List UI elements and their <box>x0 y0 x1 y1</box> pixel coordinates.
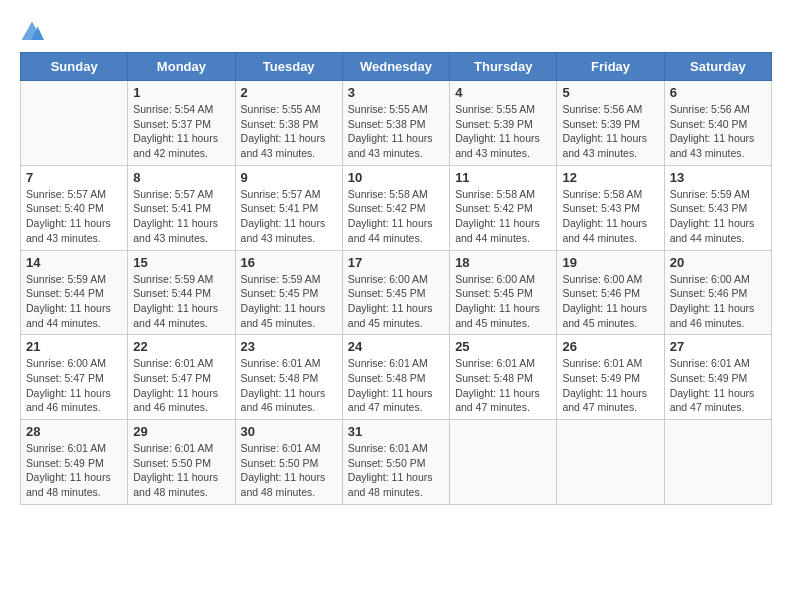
day-number: 7 <box>26 170 122 185</box>
day-number: 1 <box>133 85 229 100</box>
day-number: 12 <box>562 170 658 185</box>
day-info: Sunrise: 6:00 AMSunset: 5:45 PMDaylight:… <box>348 272 444 331</box>
day-number: 14 <box>26 255 122 270</box>
week-row-1: 7Sunrise: 5:57 AMSunset: 5:40 PMDaylight… <box>21 165 772 250</box>
day-info: Sunrise: 5:59 AMSunset: 5:45 PMDaylight:… <box>241 272 337 331</box>
day-number: 21 <box>26 339 122 354</box>
day-number: 19 <box>562 255 658 270</box>
day-number: 6 <box>670 85 766 100</box>
day-info: Sunrise: 6:01 AMSunset: 5:48 PMDaylight:… <box>455 356 551 415</box>
day-cell: 8Sunrise: 5:57 AMSunset: 5:41 PMDaylight… <box>128 165 235 250</box>
day-info: Sunrise: 6:01 AMSunset: 5:50 PMDaylight:… <box>241 441 337 500</box>
day-info: Sunrise: 6:01 AMSunset: 5:49 PMDaylight:… <box>562 356 658 415</box>
day-number: 11 <box>455 170 551 185</box>
day-cell: 11Sunrise: 5:58 AMSunset: 5:42 PMDayligh… <box>450 165 557 250</box>
day-cell: 4Sunrise: 5:55 AMSunset: 5:39 PMDaylight… <box>450 81 557 166</box>
day-info: Sunrise: 6:01 AMSunset: 5:47 PMDaylight:… <box>133 356 229 415</box>
day-number: 23 <box>241 339 337 354</box>
calendar-header: SundayMondayTuesdayWednesdayThursdayFrid… <box>21 53 772 81</box>
day-number: 17 <box>348 255 444 270</box>
day-cell: 5Sunrise: 5:56 AMSunset: 5:39 PMDaylight… <box>557 81 664 166</box>
day-info: Sunrise: 5:59 AMSunset: 5:44 PMDaylight:… <box>133 272 229 331</box>
header-cell-saturday: Saturday <box>664 53 771 81</box>
header <box>20 20 772 44</box>
day-cell: 7Sunrise: 5:57 AMSunset: 5:40 PMDaylight… <box>21 165 128 250</box>
day-number: 30 <box>241 424 337 439</box>
day-cell: 30Sunrise: 6:01 AMSunset: 5:50 PMDayligh… <box>235 420 342 505</box>
day-info: Sunrise: 6:01 AMSunset: 5:48 PMDaylight:… <box>348 356 444 415</box>
day-cell: 19Sunrise: 6:00 AMSunset: 5:46 PMDayligh… <box>557 250 664 335</box>
day-number: 24 <box>348 339 444 354</box>
day-info: Sunrise: 5:55 AMSunset: 5:38 PMDaylight:… <box>348 102 444 161</box>
week-row-4: 28Sunrise: 6:01 AMSunset: 5:49 PMDayligh… <box>21 420 772 505</box>
day-number: 4 <box>455 85 551 100</box>
logo-icon <box>20 20 44 44</box>
day-cell: 20Sunrise: 6:00 AMSunset: 5:46 PMDayligh… <box>664 250 771 335</box>
header-cell-monday: Monday <box>128 53 235 81</box>
day-info: Sunrise: 5:57 AMSunset: 5:40 PMDaylight:… <box>26 187 122 246</box>
day-info: Sunrise: 6:00 AMSunset: 5:46 PMDaylight:… <box>670 272 766 331</box>
day-info: Sunrise: 5:56 AMSunset: 5:39 PMDaylight:… <box>562 102 658 161</box>
day-number: 15 <box>133 255 229 270</box>
day-cell <box>21 81 128 166</box>
day-info: Sunrise: 5:57 AMSunset: 5:41 PMDaylight:… <box>241 187 337 246</box>
day-info: Sunrise: 6:01 AMSunset: 5:49 PMDaylight:… <box>26 441 122 500</box>
day-cell: 13Sunrise: 5:59 AMSunset: 5:43 PMDayligh… <box>664 165 771 250</box>
day-cell: 28Sunrise: 6:01 AMSunset: 5:49 PMDayligh… <box>21 420 128 505</box>
day-number: 3 <box>348 85 444 100</box>
day-cell: 24Sunrise: 6:01 AMSunset: 5:48 PMDayligh… <box>342 335 449 420</box>
day-number: 2 <box>241 85 337 100</box>
day-number: 20 <box>670 255 766 270</box>
day-cell: 14Sunrise: 5:59 AMSunset: 5:44 PMDayligh… <box>21 250 128 335</box>
day-info: Sunrise: 5:54 AMSunset: 5:37 PMDaylight:… <box>133 102 229 161</box>
day-cell: 23Sunrise: 6:01 AMSunset: 5:48 PMDayligh… <box>235 335 342 420</box>
day-cell: 22Sunrise: 6:01 AMSunset: 5:47 PMDayligh… <box>128 335 235 420</box>
day-cell: 6Sunrise: 5:56 AMSunset: 5:40 PMDaylight… <box>664 81 771 166</box>
day-cell: 2Sunrise: 5:55 AMSunset: 5:38 PMDaylight… <box>235 81 342 166</box>
day-number: 31 <box>348 424 444 439</box>
day-cell: 25Sunrise: 6:01 AMSunset: 5:48 PMDayligh… <box>450 335 557 420</box>
day-number: 27 <box>670 339 766 354</box>
day-info: Sunrise: 5:59 AMSunset: 5:44 PMDaylight:… <box>26 272 122 331</box>
day-cell: 27Sunrise: 6:01 AMSunset: 5:49 PMDayligh… <box>664 335 771 420</box>
day-cell <box>664 420 771 505</box>
header-row: SundayMondayTuesdayWednesdayThursdayFrid… <box>21 53 772 81</box>
day-info: Sunrise: 5:55 AMSunset: 5:38 PMDaylight:… <box>241 102 337 161</box>
day-cell: 10Sunrise: 5:58 AMSunset: 5:42 PMDayligh… <box>342 165 449 250</box>
calendar-table: SundayMondayTuesdayWednesdayThursdayFrid… <box>20 52 772 505</box>
day-cell: 12Sunrise: 5:58 AMSunset: 5:43 PMDayligh… <box>557 165 664 250</box>
day-number: 10 <box>348 170 444 185</box>
day-cell: 15Sunrise: 5:59 AMSunset: 5:44 PMDayligh… <box>128 250 235 335</box>
day-number: 13 <box>670 170 766 185</box>
calendar-body: 1Sunrise: 5:54 AMSunset: 5:37 PMDaylight… <box>21 81 772 505</box>
header-cell-sunday: Sunday <box>21 53 128 81</box>
day-info: Sunrise: 6:01 AMSunset: 5:48 PMDaylight:… <box>241 356 337 415</box>
day-cell: 3Sunrise: 5:55 AMSunset: 5:38 PMDaylight… <box>342 81 449 166</box>
day-info: Sunrise: 5:57 AMSunset: 5:41 PMDaylight:… <box>133 187 229 246</box>
day-cell: 1Sunrise: 5:54 AMSunset: 5:37 PMDaylight… <box>128 81 235 166</box>
day-number: 18 <box>455 255 551 270</box>
day-info: Sunrise: 5:59 AMSunset: 5:43 PMDaylight:… <box>670 187 766 246</box>
day-number: 29 <box>133 424 229 439</box>
day-cell: 18Sunrise: 6:00 AMSunset: 5:45 PMDayligh… <box>450 250 557 335</box>
day-number: 9 <box>241 170 337 185</box>
day-number: 5 <box>562 85 658 100</box>
day-cell: 29Sunrise: 6:01 AMSunset: 5:50 PMDayligh… <box>128 420 235 505</box>
day-info: Sunrise: 6:01 AMSunset: 5:49 PMDaylight:… <box>670 356 766 415</box>
day-info: Sunrise: 5:55 AMSunset: 5:39 PMDaylight:… <box>455 102 551 161</box>
header-cell-thursday: Thursday <box>450 53 557 81</box>
day-number: 16 <box>241 255 337 270</box>
week-row-2: 14Sunrise: 5:59 AMSunset: 5:44 PMDayligh… <box>21 250 772 335</box>
day-number: 22 <box>133 339 229 354</box>
day-cell: 16Sunrise: 5:59 AMSunset: 5:45 PMDayligh… <box>235 250 342 335</box>
day-info: Sunrise: 5:58 AMSunset: 5:42 PMDaylight:… <box>348 187 444 246</box>
logo <box>20 20 48 44</box>
day-info: Sunrise: 5:58 AMSunset: 5:43 PMDaylight:… <box>562 187 658 246</box>
day-number: 8 <box>133 170 229 185</box>
day-cell: 17Sunrise: 6:00 AMSunset: 5:45 PMDayligh… <box>342 250 449 335</box>
header-cell-friday: Friday <box>557 53 664 81</box>
day-number: 26 <box>562 339 658 354</box>
day-cell: 21Sunrise: 6:00 AMSunset: 5:47 PMDayligh… <box>21 335 128 420</box>
header-cell-wednesday: Wednesday <box>342 53 449 81</box>
day-info: Sunrise: 6:01 AMSunset: 5:50 PMDaylight:… <box>133 441 229 500</box>
